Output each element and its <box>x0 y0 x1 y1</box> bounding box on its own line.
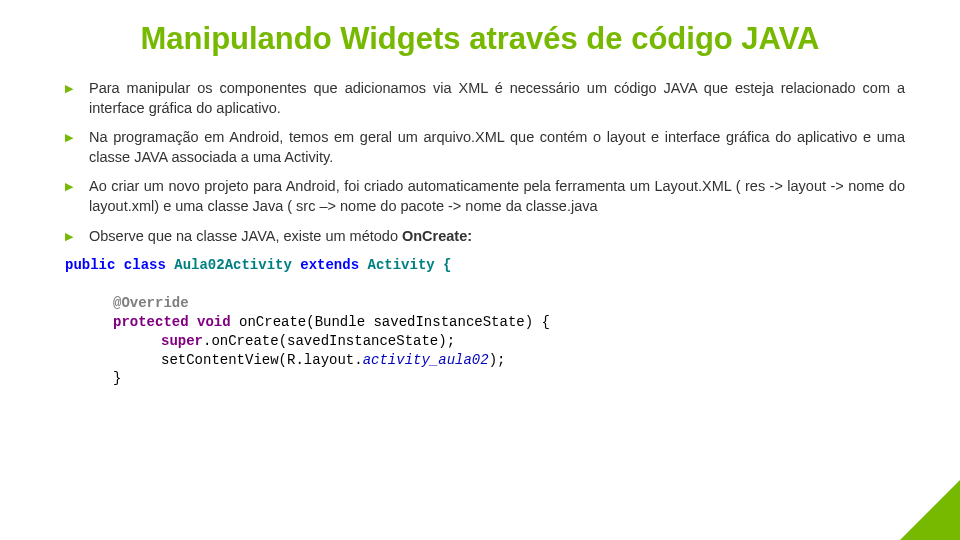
kw: super <box>161 333 203 349</box>
code-text: } <box>113 370 121 386</box>
bullet-item: Observe que na classe JAVA, existe um mé… <box>65 227 905 247</box>
code-block: public class Aula02Activity extends Acti… <box>65 256 905 388</box>
kw: extends <box>300 257 359 273</box>
code-line: setContentView(R.layout.activity_aula02)… <box>161 351 905 370</box>
code-line: @Override <box>113 294 905 313</box>
kw: class <box>124 257 166 273</box>
bullet-text: Observe que na classe JAVA, existe um mé… <box>89 228 402 244</box>
kw: protected <box>113 314 189 330</box>
code-line: protected void onCreate(Bundle savedInst… <box>113 313 905 332</box>
code-line: super.onCreate(savedInstanceState); <box>161 332 905 351</box>
code-line: } <box>113 369 905 388</box>
bullet-list: Para manipular os componentes que adicio… <box>65 79 905 246</box>
slide-title: Manipulando Widgets através de código JA… <box>55 20 905 57</box>
kw: void <box>197 314 231 330</box>
bullet-item: Para manipular os componentes que adicio… <box>65 79 905 118</box>
bullet-item: Ao criar um novo projeto para Android, f… <box>65 177 905 216</box>
kw: public <box>65 257 115 273</box>
code-line: public class Aula02Activity extends Acti… <box>65 256 905 275</box>
field-ref: activity_aula02 <box>363 352 489 368</box>
code-text: onCreate(Bundle savedInstanceState) { <box>231 314 550 330</box>
code-text: .onCreate(savedInstanceState); <box>203 333 455 349</box>
code-text: setContentView(R.layout. <box>161 352 363 368</box>
code-text: ); <box>489 352 506 368</box>
bullet-bold: OnCreate: <box>402 228 472 244</box>
corner-decoration <box>900 480 960 540</box>
code-blank <box>65 275 905 294</box>
class-name: Activity { <box>359 257 451 273</box>
annotation: @Override <box>113 295 189 311</box>
bullet-item: Na programação em Android, temos em gera… <box>65 128 905 167</box>
class-name: Aula02Activity <box>166 257 300 273</box>
